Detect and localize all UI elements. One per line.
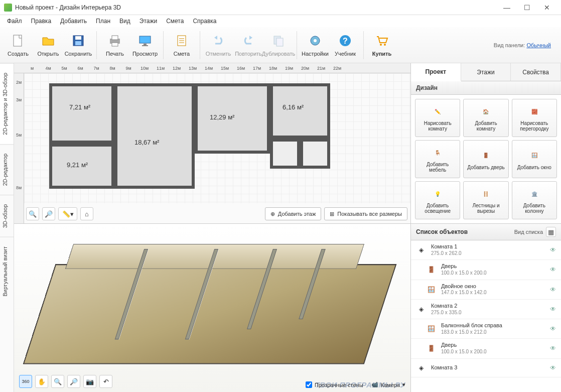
folder-open-icon [40,33,56,49]
minimize-button[interactable]: — [497,1,517,15]
bulb-icon: 💡 [431,187,445,201]
menu-edit[interactable]: Правка [27,16,56,26]
menubar: Файл Правка Добавить План Вид Этажи Смет… [0,15,561,27]
budget-button[interactable]: Смета [168,31,196,59]
svg-point-20 [380,44,382,46]
menu-budget[interactable]: Смета [162,16,188,26]
visibility-icon[interactable]: 👁 [550,325,557,332]
show-dimensions-button[interactable]: ⊞ Показывать все размеры [324,207,407,220]
zoom-out-button[interactable]: 🔍 [26,207,39,220]
zoom-in-3d-button[interactable]: 🔎 [67,375,80,388]
chair-icon: 🪑 [431,146,445,160]
add-room-icon: 🏠 [479,104,493,118]
stairs-icon: 🪜 [479,187,493,201]
svg-text:?: ? [343,37,348,45]
visibility-icon[interactable]: 👁 [550,306,557,313]
pan-button[interactable]: ✋ [35,375,48,388]
add-floor-button[interactable]: ⊕ Добавить этаж [265,207,321,220]
transparent-walls-checkbox[interactable]: Прозрачные стены [306,381,363,388]
duplicate-button[interactable]: Дублировать [264,31,293,59]
camera-toggle[interactable]: 📹 Камера ▾ [371,381,405,388]
save-button[interactable]: Сохранить [64,31,92,59]
window-icon: 🪟 [527,149,541,163]
stairs-button[interactable]: 🪜Лестницы и вырезы [463,181,508,219]
draw-partition-button[interactable]: 🧱Нарисовать перегородку [512,99,557,137]
measure-button[interactable]: 📏▾ [58,207,77,220]
tab-2d-3d[interactable]: 2D-редактор и 3D-обзор [0,63,14,144]
add-room-button[interactable]: 🏠Добавить комнату [463,99,508,137]
svg-point-21 [384,44,386,46]
rotate-360-button[interactable]: 360 [19,375,32,388]
list-view-toggle[interactable]: ▦ [546,227,556,237]
add-door-button[interactable]: 🚪Добавить дверь [463,140,508,178]
pencil-room-icon: ✏️ [431,104,445,118]
add-column-button[interactable]: 🏛️Добавить колонну [512,181,557,219]
svg-rect-7 [139,36,151,43]
menu-view[interactable]: Вид [115,16,134,26]
window-title: Новый проект - Дизайн Интерьера 3D [15,4,497,11]
print-button[interactable]: Печать [101,31,129,59]
open-button[interactable]: Открыть [34,31,62,59]
tutorial-button[interactable]: ? Учебник [331,31,359,59]
design-section-header: Дизайн [411,81,561,95]
visibility-icon[interactable]: 👁 [550,286,557,293]
menu-add[interactable]: Добавить [56,16,91,26]
tab-virtual[interactable]: Виртуальный визит [0,237,14,306]
create-button[interactable]: Создать [4,31,32,59]
close-button[interactable]: ✕ [537,1,557,15]
menu-file[interactable]: Файл [3,16,26,26]
object-type-icon: 🚪 [425,264,437,276]
preview-button[interactable]: Просмотр [131,31,159,59]
save-icon [70,33,86,49]
object-list-item[interactable]: ◈ Комната 2275.0 x 335.0 👁 [411,300,561,319]
redo-button[interactable]: Повторить [234,31,262,59]
maximize-button[interactable]: ☐ [517,1,537,15]
object-list-item[interactable]: 🚪 Дверь100.0 x 15.0 x 200.0 👁 [411,339,561,358]
visibility-icon[interactable]: 👁 [550,246,557,253]
object-list-item[interactable]: 🪟 Двойное окно147.0 x 15.0 x 142.0 👁 [411,280,561,300]
panel-mode: Вид панели: Обычный [494,42,551,48]
tab-floors[interactable]: Этажи [461,63,511,81]
menu-help[interactable]: Справка [189,16,220,26]
reset-view-button[interactable]: ↶ [99,375,112,388]
app-icon [4,4,12,12]
object-type-icon: 🪟 [425,323,437,335]
visibility-icon[interactable]: 👁 [550,364,557,371]
right-panel: Проект Этажи Свойства Дизайн ✏️Нарисоват… [410,63,561,392]
home-button[interactable]: ⌂ [80,207,93,220]
menu-floors[interactable]: Этажи [135,16,161,26]
screenshot-button[interactable]: 📷 [83,375,96,388]
draw-room-button[interactable]: ✏️Нарисовать комнату [415,99,460,137]
tab-2d[interactable]: 2D-редактор [0,144,14,195]
tab-3d[interactable]: 3D-обзор [0,195,14,237]
menu-plan[interactable]: План [92,16,114,26]
redo-icon [240,33,256,49]
panel-mode-link[interactable]: Обычный [526,42,551,48]
add-lighting-button[interactable]: 💡Добавить освещение [415,181,460,219]
svg-rect-5 [112,36,118,40]
room-area-label: 18,67 м² [134,139,159,146]
gear-icon [307,33,323,49]
svg-rect-9 [142,45,148,46]
svg-rect-3 [75,41,81,45]
door-icon: 🚪 [479,149,493,163]
add-furniture-button[interactable]: 🪑Добавить мебель [415,140,460,178]
help-icon: ? [337,33,353,49]
undo-button[interactable]: Отменить [204,31,232,59]
tab-properties[interactable]: Свойства [511,63,561,81]
visibility-icon[interactable]: 👁 [550,266,557,273]
zoom-in-button[interactable]: 🔎 [42,207,55,220]
view-3d[interactable]: ТВОИ ПРОГРАММЫ РУ 360 ✋ 🔍 🔎 📷 ↶ Прозрачн… [14,224,410,392]
object-list-item[interactable]: ◈ Комната 1275.0 x 262.0 👁 [411,240,561,260]
settings-button[interactable]: Настройки [301,31,329,59]
object-list-item[interactable]: 🪟 Балконный блок справа183.0 x 15.0 x 21… [411,319,561,339]
buy-button[interactable]: Купить [368,31,396,59]
add-window-button[interactable]: 🪟Добавить окно [512,140,557,178]
object-list-item[interactable]: 🚪 Дверь100.0 x 15.0 x 200.0 👁 [411,260,561,280]
tab-project[interactable]: Проект [411,63,461,81]
undo-icon [210,33,226,49]
plan-2d-view[interactable]: 2м3м5м8м 7,21 м² 18,67 м² 12,29 м² 6,16 … [14,73,410,224]
zoom-out-3d-button[interactable]: 🔍 [51,375,64,388]
visibility-icon[interactable]: 👁 [550,345,557,352]
object-list-item[interactable]: ◈ Комната 3 👁 [411,359,561,377]
